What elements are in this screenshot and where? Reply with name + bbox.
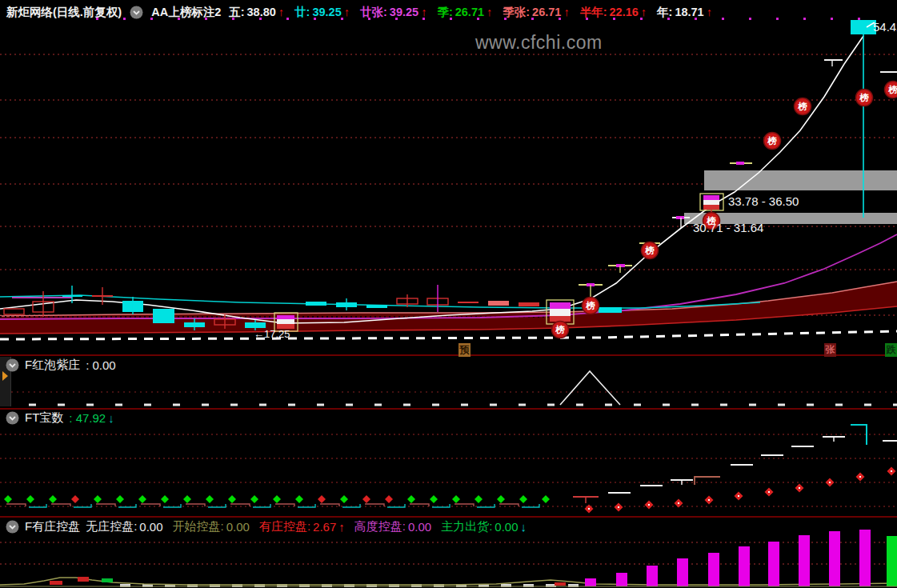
control-bar xyxy=(859,530,871,586)
stat-value: 0.00 xyxy=(408,520,431,534)
panel-hongpao xyxy=(0,371,897,405)
stat-value: 0.00 xyxy=(226,520,250,534)
panel-name[interactable]: F红泡紫庄 xyxy=(25,358,80,373)
step-cyan xyxy=(118,504,136,507)
sell-dot xyxy=(318,495,326,503)
candle-seg xyxy=(703,205,719,210)
rank-badge: 榜 xyxy=(583,298,599,314)
buy-dot xyxy=(273,495,281,503)
up-arrow: ↑ xyxy=(421,6,426,18)
spike-line xyxy=(560,371,620,405)
dot-center xyxy=(618,506,619,508)
candle xyxy=(599,307,622,313)
buy-dot xyxy=(94,495,102,503)
quote-item: 半年:22.16↑ xyxy=(580,5,647,20)
down-arrow: ↓ xyxy=(108,411,114,425)
panel-value: : 0.00 xyxy=(86,358,116,372)
stat-label: 有庄控盘: xyxy=(259,519,310,534)
watermark: www.cfchi.com xyxy=(475,32,603,54)
axis-badge: 跌 xyxy=(885,343,897,357)
dot-center xyxy=(859,476,861,478)
chevron-down-icon[interactable] xyxy=(6,411,19,425)
stat-arrow: ↑ xyxy=(338,520,345,534)
panel-header-hongpao: F红泡紫庄 : 0.00 xyxy=(6,358,116,373)
rank-badge: 榜 xyxy=(885,82,897,98)
buy-dot xyxy=(116,495,124,503)
quote-value: 22.16 xyxy=(610,6,639,18)
buy-dot xyxy=(138,495,146,503)
sell-dot xyxy=(362,495,370,503)
candle xyxy=(4,309,24,314)
quote-label: 季张: xyxy=(503,5,530,20)
quote-label: 年: xyxy=(657,5,672,20)
panel-baoshu xyxy=(0,425,897,514)
buy-dot xyxy=(340,495,348,503)
quote-item: 五:38.80↑ xyxy=(229,5,284,20)
quote-value: 39.25 xyxy=(312,6,341,18)
candle-seg xyxy=(703,200,719,205)
chevron-down-icon[interactable] xyxy=(6,520,19,534)
control-bar xyxy=(708,553,719,586)
indicator-name[interactable]: AA上榜标注2 xyxy=(151,5,221,20)
price-label-range-high: 33.78 - 36.50 xyxy=(728,194,799,208)
stat-value: 2.67 xyxy=(313,520,336,534)
control-bar xyxy=(829,531,840,586)
step-cyan xyxy=(522,504,539,507)
step-cyan xyxy=(477,504,495,507)
axis-badge: 张 xyxy=(824,343,836,357)
quote-value: 26.71 xyxy=(455,6,484,18)
small-bar xyxy=(555,582,566,586)
stock-title: 新炬网络(日线.前复权) xyxy=(6,5,122,20)
step-cyan xyxy=(29,504,46,507)
control-bar xyxy=(677,558,688,586)
dot-center xyxy=(588,508,590,510)
rank-badge: 榜 xyxy=(642,242,659,259)
step-cyan xyxy=(342,504,360,507)
buy-dot xyxy=(206,495,214,503)
stat-label: 开始控盘: xyxy=(173,519,224,534)
step-cyan xyxy=(432,504,450,507)
kongpan-stat: 主力出货:0.00↓ xyxy=(441,519,527,534)
panel-kongpan xyxy=(0,530,897,587)
dot-center xyxy=(829,482,831,483)
buy-dot xyxy=(430,495,438,503)
control-curve xyxy=(0,578,897,585)
control-bar xyxy=(585,578,596,586)
buy-dot xyxy=(250,495,258,503)
buy-dot xyxy=(295,495,303,503)
quote-label: 半年: xyxy=(580,5,607,20)
quote-label: 季: xyxy=(437,5,452,20)
candle xyxy=(306,302,326,306)
dot-center xyxy=(648,504,650,506)
dot-center xyxy=(678,502,679,504)
rank-badge-text: 榜 xyxy=(555,325,565,334)
dot-center xyxy=(708,499,710,501)
buy-dot xyxy=(542,495,550,503)
buy-dot xyxy=(452,495,460,503)
stat-value: 0.00 xyxy=(139,520,162,534)
control-bar xyxy=(799,535,810,586)
quote-value: 26.71 xyxy=(532,6,561,18)
kongpan-stat: 无庄控盘:0.00 xyxy=(86,519,162,534)
chevron-down-icon[interactable] xyxy=(6,358,19,372)
quote-label: 廿: xyxy=(294,5,310,20)
panel-name[interactable]: FT宝数 xyxy=(25,410,63,426)
buy-dot xyxy=(475,495,483,503)
quote-label: 廿张: xyxy=(360,5,387,20)
rank-badge-text: 榜 xyxy=(585,301,595,310)
step-cyan xyxy=(208,504,226,507)
resistance-band xyxy=(704,170,897,190)
candle-seg xyxy=(277,315,294,319)
axis-badge: 预 xyxy=(459,343,471,357)
candle-seg xyxy=(550,309,571,316)
up-arrow: ↑ xyxy=(641,6,647,18)
stat-arrow: ↓ xyxy=(521,520,527,534)
rank-badge-text: 榜 xyxy=(644,246,655,255)
panel-header-kongpan: F有庄控盘 无庄控盘:0.00开始控盘:0.00有庄控盘:2.67↑高度控盘:0… xyxy=(6,519,527,534)
kongpan-stat: 高度控盘:0.00 xyxy=(354,519,431,534)
panel-name[interactable]: F有庄控盘 xyxy=(25,519,80,534)
control-bar xyxy=(616,573,627,586)
candle xyxy=(366,305,387,308)
chevron-down-icon[interactable] xyxy=(130,6,143,19)
quote-value: 18.71 xyxy=(675,6,703,18)
